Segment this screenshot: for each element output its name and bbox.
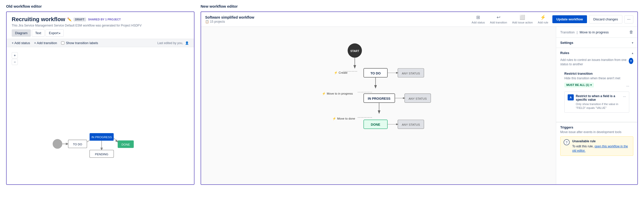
add-rule-button[interactable]: + [629, 58, 633, 64]
delete-transition-button[interactable]: 🗑 [629, 30, 633, 34]
panel-header: Transition | Move to in progress 🗑 [556, 27, 637, 38]
add-transition-action[interactable]: ↩ Add transition [490, 15, 507, 24]
more-options-button[interactable]: ··· [624, 15, 633, 23]
add-status-action[interactable]: ⊞ Add status [472, 15, 485, 24]
svg-text:⚡ Move to in progress: ⚡ Move to in progress [322, 92, 353, 95]
must-be-chevron-icon: ▾ [590, 83, 592, 87]
svg-text:TO DO: TO DO [370, 71, 381, 75]
old-editor-toolbar: + Add status + Add transition Show trans… [7, 39, 194, 47]
update-workflow-button[interactable]: Update workflow [552, 15, 587, 23]
add-issue-action-action[interactable]: ⬜ Add issue action [512, 15, 533, 24]
must-be-all-badge[interactable]: MUST BE ALL (1) ▾ [564, 83, 594, 87]
svg-text:IN PROGRESS: IN PROGRESS [368, 97, 390, 100]
svg-text:PENDING: PENDING [95, 153, 108, 156]
rules-title: Rules [560, 51, 569, 55]
tab-text[interactable]: Text [32, 29, 45, 37]
transition-name: Move to in progress [580, 30, 609, 34]
add-rule-label: Add rule [538, 21, 548, 24]
new-editor-body: START ⚡ Create TO DO ANY STATUS [201, 27, 637, 184]
svg-text:TO DO: TO DO [73, 143, 82, 146]
svg-text:ANY STATUS: ANY STATUS [402, 72, 420, 75]
svg-text:⚡ Move to done: ⚡ Move to done [332, 117, 355, 120]
show-labels-input[interactable] [61, 41, 64, 45]
edit-title-icon[interactable]: ✏️ [67, 17, 72, 21]
new-workflow-diagram: START ⚡ Create TO DO ANY STATUS [201, 27, 556, 184]
projects-count: 📋 15 projects [205, 20, 254, 23]
svg-text:⚡ Create: ⚡ Create [334, 71, 347, 74]
add-status-button[interactable]: + Add status [12, 41, 30, 45]
old-diagram-area: + − TO DO IN PROGRESS [7, 47, 194, 184]
add-transition-label: Add transition [490, 21, 507, 24]
add-rule-action[interactable]: ⚡ Add rule [538, 15, 548, 24]
old-workflow-diagram: TO DO IN PROGRESS DONE PENDING [7, 47, 194, 184]
old-editor-header: Recruiting workflow ✏️ DRAFT SHARED BY 1… [7, 12, 194, 39]
add-transition-icon: ↩ [497, 15, 500, 20]
last-edited-text: Last edited by you, [157, 41, 183, 45]
restrict-transition-subtitle: Hide this transition when these aren't m… [564, 76, 629, 80]
new-editor-header: Software simplified workflow 📋 15 projec… [201, 12, 637, 27]
settings-chevron-icon: ▾ [632, 41, 633, 45]
rule-avatar: A [568, 94, 574, 100]
svg-text:DONE: DONE [121, 143, 130, 146]
old-editor-section-title: Old workflow editor [6, 4, 194, 8]
svg-text:ANY STATUS: ANY STATUS [409, 97, 427, 100]
settings-section: Settings ▾ [556, 38, 637, 48]
rules-description: Add rules to control an issues transitio… [560, 58, 629, 67]
transition-label: Transition [560, 30, 575, 34]
triggers-subtitle: Move issue after events in development t… [560, 130, 633, 134]
old-workflow-subtitle: This Jira Service Management Service Def… [12, 24, 189, 27]
old-editor-panel: Recruiting workflow ✏️ DRAFT SHARED BY 1… [6, 11, 194, 185]
svg-text:IN PROGRESS: IN PROGRESS [91, 136, 112, 139]
discard-changes-button[interactable]: Discard changes [589, 15, 622, 23]
rules-chevron-icon: ▴ [632, 51, 633, 55]
unavailable-rule-title: Unavailable rule [572, 139, 630, 144]
rule-description: Only show transition if the value in "FI… [576, 102, 621, 110]
rule-card: A Restrict to when a field is a specific… [564, 92, 629, 113]
new-workflow-title: Software simplified workflow [205, 15, 254, 19]
show-transition-labels-checkbox[interactable]: Show transition labels [61, 41, 98, 45]
copy-icon: 📋 [205, 20, 209, 23]
show-labels-text: Show transition labels [66, 41, 98, 45]
add-issue-action-icon: ⬜ [520, 15, 525, 20]
settings-title: Settings [560, 41, 573, 45]
add-status-label: Add status [472, 21, 485, 24]
new-editor-section-title: New workflow editor [201, 4, 238, 8]
must-be-all-label: MUST BE ALL (1) [566, 83, 589, 86]
add-transition-label: + Add transition [34, 41, 57, 45]
add-status-label: + Add status [12, 41, 30, 45]
unavailable-rule-text: To edit this rule, open this workflow in… [572, 144, 630, 153]
svg-text:START: START [351, 50, 359, 53]
restrict-transition-title: Restrict transition [564, 72, 629, 75]
svg-text:ANY STATUS: ANY STATUS [402, 123, 420, 126]
must-be-more-button[interactable]: ··· [626, 84, 629, 88]
rules-section-header[interactable]: Rules ▴ [556, 48, 637, 58]
rules-section: Rules ▴ Add rules to control an issues t… [556, 48, 637, 122]
settings-section-header[interactable]: Settings ▾ [556, 38, 637, 48]
user-avatar-icon: 👤 [185, 41, 189, 45]
svg-line-4 [114, 138, 118, 142]
rule-more-button[interactable]: ··· [623, 94, 626, 98]
triggers-title: Triggers [560, 125, 633, 129]
tab-diagram[interactable]: Diagram [12, 29, 31, 37]
unavailable-rule-card: ? Unavailable rule To edit this rule, op… [560, 136, 633, 156]
old-workflow-title: Recruiting workflow [12, 16, 65, 23]
unavailable-rule-icon: ? [564, 139, 570, 145]
rule-title: Restrict to when a field is a specific v… [576, 94, 621, 101]
add-issue-action-label: Add issue action [512, 21, 533, 24]
start-node [53, 139, 62, 149]
shared-badge: SHARED BY 1 PROJECT [88, 18, 121, 21]
triggers-section: Triggers Move issue after events in deve… [556, 122, 637, 159]
tab-export[interactable]: Export [46, 29, 64, 37]
add-transition-button[interactable]: + Add transition [34, 41, 57, 45]
add-status-icon: ⊞ [476, 15, 480, 20]
new-editor-panel: Software simplified workflow 📋 15 projec… [201, 11, 638, 185]
new-diagram-area: START ⚡ Create TO DO ANY STATUS [201, 27, 556, 184]
right-panel: Transition | Move to in progress 🗑 Setti… [556, 27, 637, 184]
add-rule-icon: ⚡ [540, 15, 546, 20]
svg-text:DONE: DONE [371, 123, 380, 126]
draft-badge: DRAFT [74, 18, 86, 21]
